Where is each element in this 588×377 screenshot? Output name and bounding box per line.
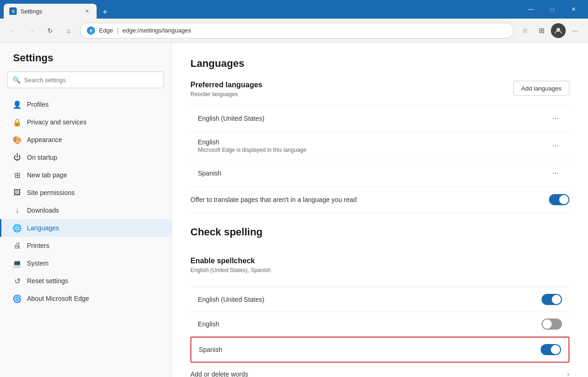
- spellcheck-label-group: Enable spellcheck English (United States…: [190, 257, 271, 279]
- titlebar: ⚙ Settings ✕ + — □ ✕: [0, 0, 588, 19]
- sidebar-item-reset[interactable]: ↺ Reset settings: [0, 272, 171, 290]
- window-controls: — □ ✕: [520, 0, 584, 19]
- main-layout: Settings 🔍 👤 Profiles 🔒 Privacy and serv…: [0, 43, 588, 377]
- sidebar-item-about[interactable]: 🌀 About Microsoft Edge: [0, 290, 171, 307]
- nav-icon-downloads: ↓: [13, 206, 21, 214]
- sidebar-item-site-permissions[interactable]: 🖼 Site permissions: [0, 184, 171, 202]
- nav-label-profiles: Profiles: [27, 101, 49, 108]
- nav-label-privacy: Privacy and services: [27, 118, 86, 126]
- nav-label-new-tab: New tab page: [27, 171, 67, 179]
- spell-lang-toggle-1[interactable]: [542, 318, 562, 330]
- address-url-text: edge://settings/languages: [123, 27, 191, 34]
- nav-icon-appearance: 🎨: [13, 136, 21, 144]
- enable-spellcheck-label: Enable spellcheck: [190, 257, 271, 265]
- sidebar-item-on-startup[interactable]: ⏻ On startup: [0, 149, 171, 166]
- spellcheck-languages-list: English (United States) English Spanish: [190, 287, 569, 363]
- lang-more-button[interactable]: ···: [549, 139, 562, 152]
- enable-spellcheck-row: Enable spellcheck English (United States…: [190, 249, 569, 287]
- search-icon: 🔍: [13, 76, 20, 84]
- preferred-languages-header: Preferred languages Reorder languages Ad…: [190, 81, 569, 103]
- spellcheck-lang-row: English (United States): [190, 287, 569, 312]
- lang-more-button[interactable]: ···: [549, 167, 562, 180]
- nav-label-about: About Microsoft Edge: [27, 295, 89, 302]
- language-row: English (United States) ···: [190, 105, 569, 132]
- spell-lang-name: Spanish: [199, 346, 541, 353]
- sidebar-item-profiles[interactable]: 👤 Profiles: [0, 96, 171, 113]
- spell-lang-name: English (United States): [198, 296, 542, 303]
- add-delete-chevron: ›: [567, 370, 569, 377]
- nav-label-on-startup: On startup: [27, 154, 57, 161]
- language-row: Spanish ···: [190, 160, 569, 187]
- sidebar-item-printers[interactable]: 🖨 Printers: [0, 237, 171, 254]
- spell-lang-toggle-2[interactable]: [541, 344, 561, 355]
- nav-label-system: System: [27, 260, 49, 267]
- nav-label-site-permissions: Site permissions: [27, 189, 75, 196]
- forward-button[interactable]: →: [24, 23, 39, 38]
- lang-more-button[interactable]: ···: [549, 112, 562, 125]
- nav-items-list: 👤 Profiles 🔒 Privacy and services 🎨 Appe…: [0, 96, 171, 307]
- nav-label-downloads: Downloads: [27, 207, 59, 214]
- maximize-button[interactable]: □: [542, 0, 563, 19]
- search-box[interactable]: 🔍: [7, 72, 164, 88]
- spell-lang-toggle-thumb-0: [552, 295, 561, 304]
- tab-area: ⚙ Settings ✕ +: [4, 0, 520, 19]
- nav-icon-privacy: 🔒: [13, 118, 21, 126]
- nav-label-printers: Printers: [27, 242, 49, 249]
- sidebar-item-downloads[interactable]: ↓ Downloads: [0, 202, 171, 219]
- spell-lang-toggle-thumb-1: [542, 319, 552, 329]
- sidebar: Settings 🔍 👤 Profiles 🔒 Privacy and serv…: [0, 43, 172, 377]
- check-spelling-title: Check spelling: [190, 226, 569, 238]
- tab-favicon: ⚙: [9, 7, 17, 15]
- minimize-button[interactable]: —: [520, 0, 542, 19]
- refresh-button[interactable]: ↻: [43, 23, 58, 38]
- collections-button[interactable]: ⊞: [534, 23, 549, 38]
- languages-list: English (United States) ··· English Micr…: [190, 105, 569, 187]
- sidebar-item-system[interactable]: 💻 System: [0, 254, 171, 272]
- nav-label-appearance: Appearance: [27, 136, 62, 143]
- spell-lang-toggle-0[interactable]: [542, 294, 562, 305]
- preferred-languages-section: Preferred languages Reorder languages Ad…: [190, 81, 569, 213]
- nav-icon-new-tab: ⊞: [13, 171, 21, 179]
- tab-close-button[interactable]: ✕: [83, 7, 91, 15]
- nav-icon-site-permissions: 🖼: [13, 188, 21, 197]
- settings-tab[interactable]: ⚙ Settings ✕: [4, 4, 97, 19]
- home-button[interactable]: ⌂: [61, 23, 76, 38]
- translate-toggle-thumb: [559, 195, 568, 204]
- lang-subtitle: Microsoft Edge is displayed in this lang…: [198, 147, 549, 153]
- language-row: English Microsoft Edge is displayed in t…: [190, 132, 569, 160]
- sidebar-title: Settings: [0, 52, 171, 72]
- lang-name: English (United States): [198, 115, 549, 122]
- lang-name: Spanish: [198, 169, 549, 177]
- favorites-button[interactable]: ☆: [517, 23, 532, 38]
- spellcheck-section: Check spelling Enable spellcheck English…: [190, 226, 569, 377]
- spellcheck-lang-row: English: [190, 312, 569, 337]
- sidebar-item-privacy[interactable]: 🔒 Privacy and services: [0, 113, 171, 131]
- search-input[interactable]: [24, 77, 159, 84]
- nav-icon-profiles: 👤: [13, 100, 21, 109]
- nav-icon-reset: ↺: [13, 277, 21, 285]
- spellcheck-langs-subtitle: English (United States), Spanish: [190, 267, 271, 273]
- preferred-languages-heading: Preferred languages Reorder languages: [190, 81, 262, 103]
- profile-button[interactable]: [551, 23, 566, 38]
- spell-lang-name: English: [198, 320, 542, 328]
- add-delete-words-row[interactable]: Add or delete words ›: [190, 363, 569, 377]
- address-bar-input[interactable]: e Edge | edge://settings/languages: [80, 23, 514, 39]
- reorder-languages-label: Reorder languages: [190, 91, 262, 98]
- sidebar-item-languages[interactable]: 🌐 Languages: [0, 219, 171, 237]
- tab-title: Settings: [20, 8, 79, 15]
- sidebar-item-appearance[interactable]: 🎨 Appearance: [0, 131, 171, 149]
- more-button[interactable]: ···: [568, 23, 582, 38]
- close-button[interactable]: ✕: [563, 0, 584, 19]
- page-title: Languages: [190, 58, 569, 70]
- nav-icon-on-startup: ⏻: [13, 153, 21, 162]
- add-languages-button[interactable]: Add languages: [513, 81, 569, 96]
- spell-lang-toggle-thumb-2: [551, 345, 560, 354]
- nav-icon-about: 🌀: [13, 294, 21, 303]
- back-button[interactable]: ←: [6, 23, 20, 38]
- addressbar: ← → ↻ ⌂ e Edge | edge://settings/languag…: [0, 19, 588, 43]
- translate-toggle[interactable]: [549, 194, 569, 205]
- addressbar-actions: ☆ ⊞ ···: [517, 23, 582, 38]
- edge-logo: e: [87, 26, 95, 35]
- sidebar-item-new-tab[interactable]: ⊞ New tab page: [0, 166, 171, 184]
- new-tab-button[interactable]: +: [98, 6, 111, 19]
